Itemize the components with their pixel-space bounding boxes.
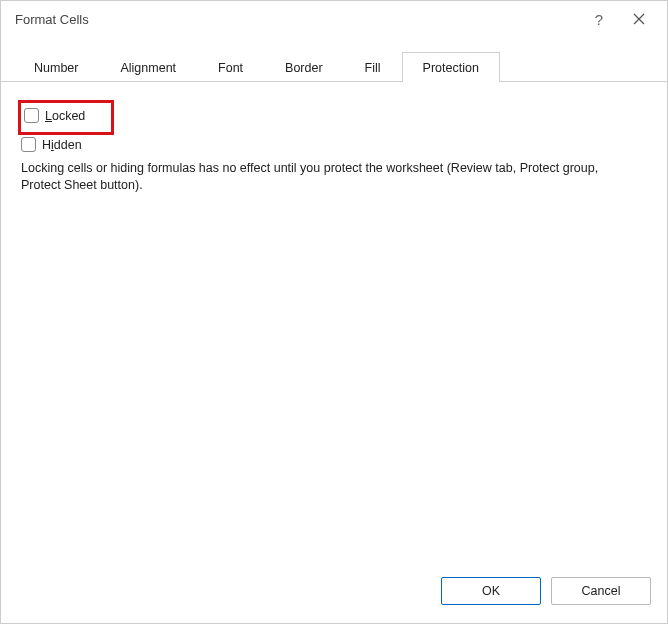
- tab-font[interactable]: Font: [197, 52, 264, 82]
- tab-label: Alignment: [120, 61, 176, 75]
- tabstrip: Number Alignment Font Border Fill Protec…: [1, 51, 667, 82]
- close-icon: [633, 13, 645, 25]
- locked-checkbox-row[interactable]: Locked: [24, 108, 85, 123]
- tab-protection[interactable]: Protection: [402, 52, 500, 82]
- tab-label: Number: [34, 61, 78, 75]
- tab-label: Border: [285, 61, 323, 75]
- tab-label: Font: [218, 61, 243, 75]
- ok-button[interactable]: OK: [441, 577, 541, 605]
- tab-fill[interactable]: Fill: [344, 52, 402, 82]
- cancel-button[interactable]: Cancel: [551, 577, 651, 605]
- tab-alignment[interactable]: Alignment: [99, 52, 197, 82]
- help-button[interactable]: ?: [579, 5, 619, 33]
- help-icon: ?: [595, 11, 603, 28]
- tab-number[interactable]: Number: [13, 52, 99, 82]
- tab-label: Protection: [423, 61, 479, 75]
- locked-highlight: Locked: [18, 100, 114, 135]
- tab-content-protection: Locked Hidden Locking cells or hiding fo…: [1, 82, 667, 565]
- close-button[interactable]: [619, 5, 659, 33]
- ok-label: OK: [482, 584, 500, 598]
- protection-info-text: Locking cells or hiding formulas has no …: [21, 160, 641, 194]
- locked-label: Locked: [45, 109, 85, 123]
- hidden-checkbox-row[interactable]: Hidden: [21, 137, 82, 152]
- tab-border[interactable]: Border: [264, 52, 344, 82]
- button-bar: OK Cancel: [1, 565, 667, 623]
- tab-label: Fill: [365, 61, 381, 75]
- titlebar: Format Cells ?: [1, 1, 667, 37]
- dialog-title: Format Cells: [15, 12, 579, 27]
- hidden-label: Hidden: [42, 138, 82, 152]
- hidden-checkbox[interactable]: [21, 137, 36, 152]
- format-cells-dialog: Format Cells ? Number Alignment Font Bor…: [0, 0, 668, 624]
- locked-checkbox[interactable]: [24, 108, 39, 123]
- cancel-label: Cancel: [582, 584, 621, 598]
